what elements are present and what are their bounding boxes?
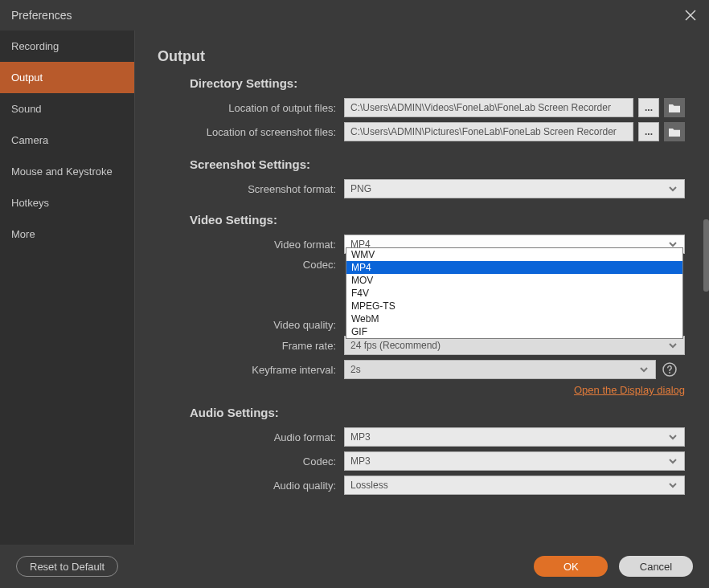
- folder-icon: [668, 103, 681, 113]
- chevron-down-icon: [638, 364, 650, 375]
- row-audio-format: Audio format: MP3: [158, 427, 685, 447]
- select-audio-quality[interactable]: Lossless: [344, 476, 685, 495]
- titlebar: Preferences: [0, 0, 709, 31]
- window-title: Preferences: [11, 9, 72, 22]
- sidebar-item-label: More: [11, 228, 35, 240]
- label-video-codec: Codec:: [158, 259, 344, 271]
- sidebar-item-sound[interactable]: Sound: [0, 93, 134, 125]
- svg-point-3: [669, 372, 670, 374]
- cancel-button[interactable]: Cancel: [619, 556, 693, 577]
- body: Recording Output Sound Camera Mouse and …: [0, 31, 709, 545]
- row-audio-quality: Audio quality: Lossless: [158, 476, 685, 495]
- sidebar-item-camera[interactable]: Camera: [0, 125, 134, 156]
- row-audio-codec: Codec: MP3: [158, 451, 685, 471]
- chevron-down-icon: [667, 480, 678, 491]
- label-screenshot-format: Screenshot format:: [158, 183, 344, 195]
- sidebar-item-label: Hotkeys: [11, 197, 49, 209]
- row-screenshot-format: Screenshot format: PNG: [158, 179, 685, 198]
- dropdown-option-webm[interactable]: WebM: [346, 312, 682, 325]
- reset-to-default-button[interactable]: Reset to Default: [16, 556, 118, 577]
- input-output-location[interactable]: C:\Users\ADMIN\Videos\FoneLab\FoneLab Sc…: [344, 98, 633, 117]
- section-audio: Audio Settings:: [190, 406, 685, 419]
- sidebar-item-label: Camera: [11, 134, 48, 146]
- sidebar-item-more[interactable]: More: [0, 218, 134, 250]
- help-icon[interactable]: [662, 362, 677, 377]
- label-output-location: Location of output files:: [158, 102, 344, 114]
- label-video-quality: Video quality:: [158, 319, 344, 331]
- close-icon[interactable]: [683, 8, 698, 22]
- section-video: Video Settings:: [190, 213, 685, 227]
- video-format-dropdown[interactable]: WMV MP4 MOV F4V MPEG-TS WebM GIF: [346, 247, 683, 339]
- footer: Reset to Default OK Cancel: [0, 545, 709, 588]
- sidebar-item-mouse-keystroke[interactable]: Mouse and Keystroke: [0, 156, 134, 187]
- label-frame-rate: Frame rate:: [158, 340, 344, 352]
- dropdown-option-mp4[interactable]: MP4: [346, 261, 682, 274]
- sidebar-item-hotkeys[interactable]: Hotkeys: [0, 187, 134, 218]
- dropdown-option-gif[interactable]: GIF: [346, 325, 682, 338]
- label-video-format: Video format:: [158, 239, 344, 251]
- select-keyframe-interval[interactable]: 2s: [344, 360, 656, 379]
- section-directory: Directory Settings:: [190, 76, 685, 90]
- label-screenshot-location: Location of screenshot files:: [158, 126, 344, 138]
- row-screenshot-location: Location of screenshot files: C:\Users\A…: [158, 122, 685, 141]
- sidebar-item-recording[interactable]: Recording: [0, 31, 134, 62]
- label-audio-quality: Audio quality:: [158, 480, 344, 492]
- browse-output-button[interactable]: ...: [638, 98, 659, 117]
- open-output-folder-button[interactable]: [664, 98, 685, 117]
- sidebar-item-label: Recording: [11, 40, 59, 52]
- content: Output Directory Settings: Location of o…: [135, 31, 709, 545]
- row-display-link: Open the Display dialog: [158, 384, 685, 396]
- row-keyframe-interval: Keyframe interval: 2s: [158, 360, 685, 379]
- dropdown-option-wmv[interactable]: WMV: [346, 248, 682, 261]
- dropdown-option-f4v[interactable]: F4V: [346, 287, 682, 300]
- dropdown-option-mov[interactable]: MOV: [346, 274, 682, 287]
- chevron-down-icon: [667, 340, 678, 351]
- sidebar-item-label: Sound: [11, 103, 42, 115]
- open-display-dialog-link[interactable]: Open the Display dialog: [574, 384, 685, 396]
- page-title: Output: [158, 48, 685, 65]
- scrollbar[interactable]: [703, 219, 709, 292]
- chevron-down-icon: [667, 431, 678, 443]
- folder-icon: [668, 127, 681, 137]
- sidebar-item-label: Output: [11, 71, 43, 84]
- browse-screenshot-button[interactable]: ...: [638, 122, 659, 141]
- select-audio-codec[interactable]: MP3: [344, 451, 685, 471]
- section-screenshot: Screenshot Settings:: [190, 157, 685, 171]
- dropdown-option-mpeg-ts[interactable]: MPEG-TS: [346, 300, 682, 312]
- label-audio-codec: Codec:: [158, 455, 344, 468]
- select-audio-format[interactable]: MP3: [344, 427, 685, 447]
- chevron-down-icon: [667, 455, 678, 467]
- label-keyframe-interval: Keyframe interval:: [158, 364, 344, 376]
- label-audio-format: Audio format:: [158, 431, 344, 443]
- sidebar: Recording Output Sound Camera Mouse and …: [0, 31, 135, 545]
- open-screenshot-folder-button[interactable]: [664, 122, 685, 141]
- sidebar-item-output[interactable]: Output: [0, 62, 134, 93]
- select-screenshot-format[interactable]: PNG: [344, 179, 685, 198]
- chevron-down-icon: [667, 183, 678, 194]
- sidebar-item-label: Mouse and Keystroke: [11, 165, 113, 178]
- input-screenshot-location[interactable]: C:\Users\ADMIN\Pictures\FoneLab\FoneLab …: [344, 122, 633, 141]
- row-output-location: Location of output files: C:\Users\ADMIN…: [158, 98, 685, 117]
- ok-button[interactable]: OK: [534, 556, 608, 577]
